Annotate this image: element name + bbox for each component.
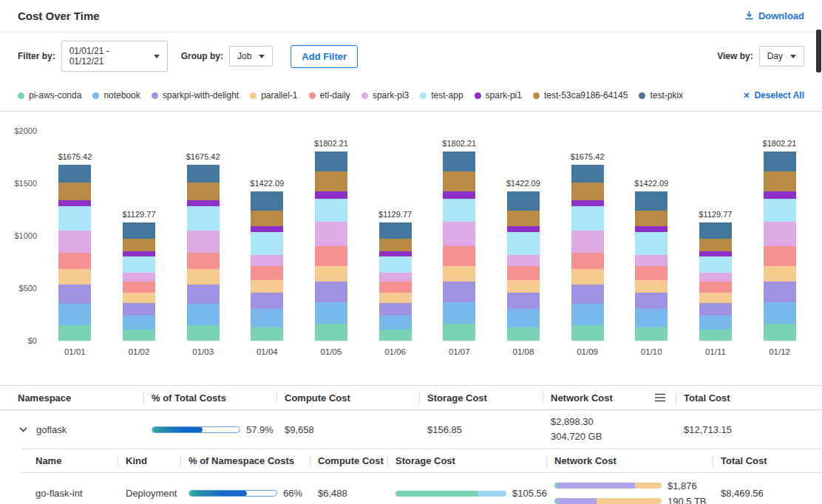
bar-segment-notebook[interactable] (571, 304, 604, 324)
bar-segment-test-app[interactable] (58, 206, 91, 231)
bar-segment-spark-pi3[interactable] (379, 273, 412, 282)
group-by-dropdown[interactable]: Job (229, 46, 273, 67)
legend-item-pi-aws-conda[interactable]: pi-aws-conda (18, 90, 81, 101)
bar-segment-test-pkix[interactable] (635, 191, 668, 211)
bar-01/08[interactable]: $1422.0901/08 (507, 131, 540, 341)
bar-segment-test-pkix[interactable] (187, 165, 220, 183)
bar-segment-notebook[interactable] (123, 316, 155, 330)
bar-01/07[interactable]: $1802.2101/07 (443, 131, 475, 341)
column-header-pct-total[interactable]: % of Total Costs (144, 386, 277, 409)
bar-segment-spark-pi3[interactable] (58, 231, 91, 253)
bar-segment-notebook[interactable] (699, 316, 732, 330)
bar-segment-pi-aws-conda[interactable] (443, 324, 475, 341)
bar-segment-test-pkix[interactable] (251, 191, 283, 211)
table-row-goflask[interactable]: goflask 57.9% $9,658 $156.85 $2,898.30 3… (0, 410, 822, 449)
bar-segment-sparkpi-with-delight[interactable] (379, 303, 412, 316)
legend-item-parallel-1[interactable]: parallel-1 (250, 90, 297, 101)
bar-segment-sparkpi-with-delight[interactable] (315, 282, 347, 302)
legend-item-notebook[interactable]: notebook (92, 90, 140, 101)
bar-segment-spark-pi3[interactable] (123, 273, 155, 282)
bar-segment-test-app[interactable] (764, 199, 796, 222)
bar-segment-spark-pi1[interactable] (507, 226, 540, 232)
bar-01/10[interactable]: $1422.0901/10 (635, 131, 668, 341)
column-header-kind[interactable]: Kind (118, 449, 181, 472)
bar-segment-test-53ca9186-64145[interactable] (443, 171, 475, 192)
bar-segment-parallel-1[interactable] (187, 269, 220, 285)
bar-segment-parallel-1[interactable] (58, 269, 91, 285)
bar-segment-test-53ca9186-64145[interactable] (379, 239, 412, 252)
bar-segment-spark-pi3[interactable] (635, 255, 668, 265)
bar-segment-sparkpi-with-delight[interactable] (123, 303, 155, 316)
bar-segment-spark-pi1[interactable] (315, 191, 347, 198)
bar-segment-test-pkix[interactable] (443, 151, 475, 171)
add-filter-button[interactable]: Add Filter (291, 45, 358, 68)
bar-segment-test-pkix[interactable] (58, 165, 91, 183)
bar-segment-etl-daily[interactable] (58, 253, 91, 270)
bar-segment-sparkpi-with-delight[interactable] (764, 282, 796, 302)
column-header-compute-cost[interactable]: Compute Cost (310, 449, 388, 472)
bar-segment-test-app[interactable] (123, 256, 155, 273)
column-header-storage-cost[interactable]: Storage Cost (420, 386, 543, 409)
bar-segment-etl-daily[interactable] (251, 266, 283, 281)
bar-segment-notebook[interactable] (58, 304, 91, 324)
bar-segment-test-pkix[interactable] (571, 165, 604, 183)
bar-segment-test-pkix[interactable] (507, 191, 540, 211)
bar-segment-test-app[interactable] (187, 206, 220, 231)
bar-segment-sparkpi-with-delight[interactable] (58, 285, 91, 304)
bar-segment-parallel-1[interactable] (507, 280, 540, 293)
bar-segment-sparkpi-with-delight[interactable] (251, 293, 283, 309)
bar-segment-test-pkix[interactable] (699, 222, 732, 239)
bar-segment-spark-pi3[interactable] (507, 255, 540, 265)
bar-segment-pi-aws-conda[interactable] (571, 325, 604, 341)
bar-segment-pi-aws-conda[interactable] (123, 330, 155, 341)
download-button[interactable]: Download (744, 10, 804, 22)
deselect-all-button[interactable]: ✕ Deselect All (743, 90, 804, 101)
bar-segment-pi-aws-conda[interactable] (251, 327, 283, 341)
bar-segment-sparkpi-with-delight[interactable] (699, 303, 732, 316)
bar-segment-test-pkix[interactable] (123, 222, 155, 239)
bar-segment-spark-pi1[interactable] (443, 191, 475, 198)
bar-segment-test-app[interactable] (571, 206, 604, 231)
bar-segment-notebook[interactable] (635, 309, 668, 327)
bar-segment-etl-daily[interactable] (507, 266, 540, 281)
bar-segment-sparkpi-with-delight[interactable] (187, 285, 220, 304)
date-range-dropdown[interactable]: 01/01/21 - 01/12/21 (61, 41, 168, 72)
bar-segment-test-app[interactable] (507, 232, 540, 255)
bar-segment-pi-aws-conda[interactable] (764, 324, 796, 341)
bar-segment-test-app[interactable] (315, 199, 347, 222)
bar-segment-test-53ca9186-64145[interactable] (571, 183, 604, 200)
bar-segment-spark-pi1[interactable] (571, 200, 604, 207)
bar-segment-test-53ca9186-64145[interactable] (315, 171, 347, 192)
bar-segment-etl-daily[interactable] (187, 253, 220, 270)
bar-segment-parallel-1[interactable] (764, 266, 796, 282)
bar-01/06[interactable]: $1129.7701/06 (379, 131, 412, 341)
bar-01/09[interactable]: $1675.4201/09 (571, 131, 604, 341)
bar-segment-etl-daily[interactable] (635, 266, 668, 281)
bar-segment-spark-pi1[interactable] (635, 226, 668, 232)
bar-segment-pi-aws-conda[interactable] (635, 327, 668, 341)
bar-segment-etl-daily[interactable] (315, 246, 347, 265)
bar-segment-test-53ca9186-64145[interactable] (187, 183, 220, 200)
bar-segment-pi-aws-conda[interactable] (507, 327, 540, 341)
bar-segment-spark-pi3[interactable] (699, 273, 732, 282)
bar-segment-parallel-1[interactable] (571, 269, 604, 285)
bar-segment-test-53ca9186-64145[interactable] (764, 171, 796, 192)
column-header-network-cost[interactable]: Network Cost (547, 449, 713, 472)
bar-segment-parallel-1[interactable] (635, 280, 668, 293)
bar-segment-spark-pi1[interactable] (187, 200, 220, 207)
legend-item-etl-daily[interactable]: etl-daily (309, 90, 350, 101)
bar-segment-test-53ca9186-64145[interactable] (123, 239, 155, 252)
bar-01/05[interactable]: $1802.2101/05 (315, 131, 347, 341)
bar-segment-spark-pi3[interactable] (571, 231, 604, 253)
bar-segment-parallel-1[interactable] (123, 293, 155, 303)
bar-segment-etl-daily[interactable] (379, 282, 412, 293)
bar-segment-parallel-1[interactable] (443, 266, 475, 282)
bar-segment-test-app[interactable] (443, 199, 475, 222)
table-row-go-flask-int[interactable]: go-flask-int Deployment 66% $6,488 $105.… (22, 473, 822, 504)
chevron-down-icon[interactable] (19, 427, 27, 432)
legend-item-spark-pi3[interactable]: spark-pi3 (361, 90, 409, 101)
bar-01/12[interactable]: $1802.2101/12 (764, 131, 796, 341)
column-header-compute-cost[interactable]: Compute Cost (277, 386, 420, 409)
legend-item-test-pkix[interactable]: test-pkix (639, 90, 683, 101)
bar-segment-test-app[interactable] (699, 256, 732, 273)
